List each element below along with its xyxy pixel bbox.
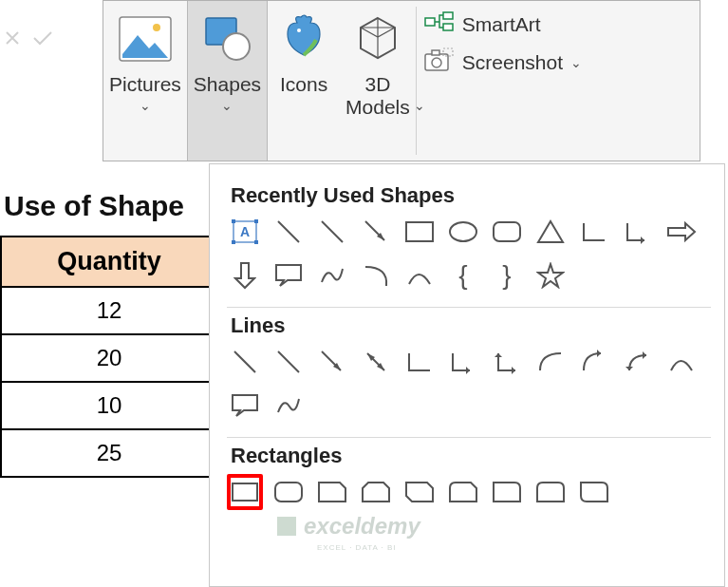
shape-snip-diag[interactable] xyxy=(401,474,438,510)
smartart-icon xyxy=(424,10,455,38)
table-cell[interactable]: 10 xyxy=(1,382,217,429)
shapes-icon xyxy=(196,10,257,67)
shape-snip-round[interactable] xyxy=(445,474,481,510)
svg-point-4 xyxy=(297,28,301,32)
chevron-down-icon: ⌄ xyxy=(140,98,151,113)
shape-line[interactable] xyxy=(314,214,350,250)
section-title-lines: Lines xyxy=(231,313,719,338)
sheet-title: Use of Shape xyxy=(0,167,218,236)
rectangles-shapes-row xyxy=(227,474,719,510)
svg-rect-15 xyxy=(232,240,235,244)
shapes-dropdown-panel: Recently Used Shapes A { } Lines xyxy=(209,163,725,587)
shape-line[interactable] xyxy=(271,344,307,380)
shape-elbow-arrow[interactable] xyxy=(620,214,656,250)
worksheet-area: Use of Shape Quantity 12 20 10 25 xyxy=(0,167,218,478)
svg-point-22 xyxy=(450,222,476,241)
ribbon-illustrations-group: Pictures ⌄ Shapes ⌄ Icons xyxy=(103,0,700,161)
chevron-down-icon: ⌄ xyxy=(570,55,582,70)
shape-line[interactable] xyxy=(271,214,307,250)
shape-elbow-double[interactable] xyxy=(489,344,525,380)
confirm-icon xyxy=(32,29,53,51)
svg-line-26 xyxy=(234,351,255,372)
3d-models-icon xyxy=(347,10,408,67)
ribbon-right-group: SmartArt Screenshot ⌄ xyxy=(417,1,589,161)
shape-round-single[interactable] xyxy=(489,474,525,510)
shape-snip-single[interactable] xyxy=(314,474,350,510)
shape-elbow[interactable] xyxy=(401,344,438,380)
divider xyxy=(227,307,711,308)
svg-rect-9 xyxy=(432,50,439,55)
shape-curve[interactable] xyxy=(401,257,438,294)
table-cell[interactable]: 25 xyxy=(1,429,217,477)
shape-snip-same[interactable] xyxy=(358,474,394,510)
svg-line-19 xyxy=(322,221,343,242)
svg-text:{: { xyxy=(458,261,467,290)
shape-elbow-arrow[interactable] xyxy=(445,344,481,380)
shape-arc[interactable] xyxy=(358,257,394,294)
svg-rect-30 xyxy=(233,483,257,501)
shape-rounded-rect[interactable] xyxy=(489,214,525,250)
screenshot-button[interactable]: Screenshot ⌄ xyxy=(424,47,582,77)
shape-down-arrow[interactable] xyxy=(227,257,263,294)
shape-oval[interactable] xyxy=(445,214,481,250)
svg-rect-14 xyxy=(254,219,258,223)
shape-elbow[interactable] xyxy=(576,214,612,250)
shape-line[interactable] xyxy=(227,344,263,380)
icons-label: Icons xyxy=(280,73,327,96)
pictures-button[interactable]: Pictures ⌄ xyxy=(103,1,187,161)
svg-rect-6 xyxy=(443,12,453,19)
pictures-icon xyxy=(115,10,176,67)
shape-arrow-line[interactable] xyxy=(314,344,350,380)
svg-rect-23 xyxy=(494,222,520,241)
section-title-rectangles: Rectangles xyxy=(231,444,719,468)
screenshot-icon xyxy=(424,47,455,77)
shape-curved-double[interactable] xyxy=(620,344,656,380)
shape-block-arrow[interactable] xyxy=(663,214,700,250)
formula-bar-buttons xyxy=(0,11,103,68)
recent-shapes-row: A { } xyxy=(227,214,719,294)
column-header[interactable]: Quantity xyxy=(1,237,217,287)
shape-curved[interactable] xyxy=(532,344,569,380)
shape-curve[interactable] xyxy=(663,344,700,380)
svg-text:}: } xyxy=(502,261,511,290)
shapes-button[interactable]: Shapes ⌄ xyxy=(187,1,268,161)
svg-text:A: A xyxy=(240,224,250,239)
shape-scribble[interactable] xyxy=(271,388,307,424)
shape-brace-left[interactable]: { xyxy=(445,257,481,294)
svg-point-1 xyxy=(153,24,160,31)
chevron-down-icon: ⌄ xyxy=(414,98,425,113)
shape-double-arrow[interactable] xyxy=(358,344,394,380)
shape-triangle[interactable] xyxy=(532,214,569,250)
lines-shapes-row xyxy=(227,344,719,424)
chevron-down-icon: ⌄ xyxy=(221,98,233,113)
shape-brace-right[interactable]: } xyxy=(489,257,525,294)
pictures-label: Pictures xyxy=(109,73,181,96)
shape-arrow-line[interactable] xyxy=(358,214,394,250)
shape-freeform[interactable] xyxy=(227,388,263,424)
3d-models-button[interactable]: 3D Models ⌄ xyxy=(340,1,416,161)
shape-rectangle[interactable] xyxy=(227,474,263,510)
shape-textbox[interactable]: A xyxy=(227,214,263,250)
table-cell[interactable]: 12 xyxy=(1,287,217,334)
shape-callout[interactable] xyxy=(271,257,307,294)
shape-round-same[interactable] xyxy=(532,474,569,510)
smartart-label: SmartArt xyxy=(462,13,541,36)
shape-rectangle[interactable] xyxy=(401,214,438,250)
icons-icon xyxy=(273,10,334,67)
svg-rect-7 xyxy=(443,24,453,30)
svg-rect-31 xyxy=(275,483,302,502)
svg-line-27 xyxy=(278,351,299,372)
shape-round-diag[interactable] xyxy=(576,474,612,510)
divider xyxy=(227,437,711,438)
section-title-recent: Recently Used Shapes xyxy=(231,183,719,208)
shape-rounded-rect[interactable] xyxy=(271,474,307,510)
shape-scribble[interactable] xyxy=(314,257,350,294)
svg-rect-5 xyxy=(425,18,435,26)
shape-curved-arrow[interactable] xyxy=(576,344,612,380)
icons-button[interactable]: Icons xyxy=(268,1,340,161)
svg-rect-13 xyxy=(232,219,235,223)
table-cell[interactable]: 20 xyxy=(1,334,217,382)
shape-star[interactable] xyxy=(532,257,569,294)
smartart-button[interactable]: SmartArt xyxy=(424,10,582,38)
svg-point-3 xyxy=(223,33,250,60)
